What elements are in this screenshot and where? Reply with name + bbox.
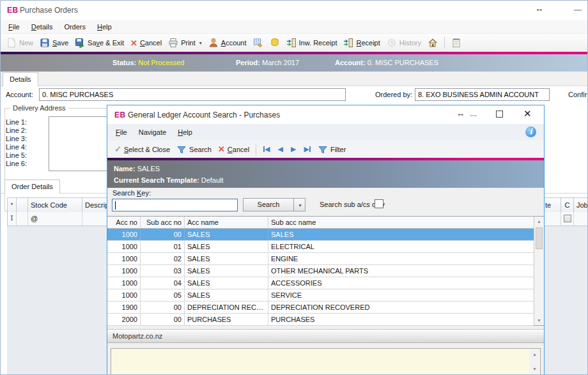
- info-icon[interactable]: i: [525, 126, 536, 137]
- account-row[interactable]: 100001SALESELECTRICAL: [107, 241, 534, 253]
- account-field[interactable]: [39, 88, 346, 101]
- account-row[interactable]: 100005SALESSERVICE: [107, 289, 534, 302]
- job-column-header[interactable]: Job C: [574, 198, 588, 212]
- marker-column-header[interactable]: *: [8, 198, 17, 212]
- resize-horizontal-icon[interactable]: ↔: [456, 109, 465, 118]
- grid-vertical-scrollbar[interactable]: ▲ ▼: [534, 217, 544, 325]
- table-lookup-button[interactable]: [250, 35, 267, 50]
- scroll-down-icon[interactable]: ▼: [530, 364, 539, 374]
- coins-icon: [270, 38, 280, 48]
- notes-scrollbar[interactable]: ▲ ▼: [530, 349, 539, 374]
- menu-help[interactable]: Help: [91, 21, 118, 33]
- c-column-header[interactable]: C: [561, 198, 574, 212]
- check-icon: ✓: [114, 144, 121, 154]
- account-row[interactable]: 100002SALESENGINE: [107, 253, 534, 265]
- tab-details[interactable]: Details: [3, 72, 38, 86]
- ordered-by-field[interactable]: [415, 88, 550, 101]
- notepad-button[interactable]: [448, 35, 465, 50]
- blank-column-header[interactable]: [17, 198, 28, 212]
- search-panel: Search Key: Search ▾ Search sub a/cs onl…: [107, 188, 544, 216]
- toolbar-separator: [256, 144, 256, 155]
- nav-first-button[interactable]: ◀: [259, 144, 274, 155]
- stock-code-column-header[interactable]: Stock Code: [28, 198, 82, 212]
- grid-cell: DEPRECIATION RECOVERED: [268, 302, 534, 313]
- accounts-grid: Acc no Sub acc no Acc name Sub acc name …: [107, 216, 544, 326]
- save-exit-button[interactable]: Save & Exit: [72, 35, 127, 50]
- coins-button[interactable]: [267, 35, 283, 50]
- row-job-cell: [574, 212, 588, 226]
- maximize-icon[interactable]: [496, 111, 503, 118]
- person-icon: [208, 38, 219, 48]
- row-blank-cell: [17, 212, 28, 226]
- row-checkbox[interactable]: [564, 215, 571, 222]
- filter-button[interactable]: Filter: [314, 142, 349, 157]
- save-button[interactable]: Save: [36, 35, 72, 50]
- grid-cell: PURCHASES: [268, 314, 534, 325]
- scroll-up-icon[interactable]: ▲: [534, 217, 544, 226]
- dialog-menu-help[interactable]: Help: [172, 126, 198, 138]
- window-title: Purchase Orders: [20, 6, 78, 15]
- sub-acc-no-column-header[interactable]: Sub acc no: [141, 217, 185, 228]
- eb-logo: EB: [7, 6, 19, 15]
- acc-no-column-header[interactable]: Acc no: [107, 217, 141, 228]
- banner-account-value: 0. MISC PURCHASES: [368, 59, 438, 66]
- receipt-button[interactable]: Receipt: [340, 35, 383, 50]
- delivery-line3-label: Line 3:: [6, 135, 27, 142]
- dialog-menu-navigate[interactable]: Navigate: [133, 126, 172, 138]
- select-close-button[interactable]: ✓ Select & Close: [111, 142, 173, 157]
- rate-column-header[interactable]: te: [543, 198, 561, 212]
- dialog-menu-file[interactable]: File: [110, 126, 133, 138]
- home-button[interactable]: [424, 35, 441, 50]
- banner-account: Account: 0. MISC PURCHASES: [335, 54, 438, 72]
- resize-horizontal-icon[interactable]: ↔: [535, 4, 543, 13]
- acc-name-column-header[interactable]: Acc name: [185, 217, 268, 228]
- banner-status: Status: Not Processed: [112, 54, 185, 72]
- sub-acc-name-column-header[interactable]: Sub acc name: [268, 217, 544, 228]
- grid-cell: 00: [141, 314, 185, 325]
- name-value: SALES: [137, 165, 160, 172]
- dialog-cancel-button[interactable]: ✕ Cancel: [215, 142, 252, 157]
- account-row[interactable]: 100004SALESACCESSORIES: [107, 277, 534, 289]
- account-row[interactable]: 190000DEPRECIATION RECOVEREDDEPRECIATION…: [107, 302, 534, 314]
- cancel-button[interactable]: ✕ Cancel: [127, 35, 165, 50]
- nav-prev-icon: ◀: [278, 145, 283, 153]
- print-dropdown-icon[interactable]: ▾: [199, 40, 202, 46]
- minimize-icon[interactable]: [574, 10, 582, 11]
- menu-details[interactable]: Details: [26, 21, 59, 33]
- inw-receipt-button[interactable]: Inw. Receipt: [283, 35, 341, 50]
- menu-orders[interactable]: Orders: [58, 21, 91, 33]
- close-icon[interactable]: ✕: [523, 108, 532, 119]
- name-label: Name:: [114, 165, 135, 172]
- account-row[interactable]: 200000PURCHASESPURCHASES: [107, 314, 534, 326]
- grid-cell: 1000: [107, 265, 141, 277]
- scrollbar-thumb[interactable]: [536, 227, 543, 249]
- grid-cell: SALES: [185, 265, 268, 277]
- menu-file[interactable]: File: [3, 21, 26, 33]
- scroll-down-icon[interactable]: ▼: [534, 316, 544, 325]
- tab-order-details[interactable]: Order Details: [4, 180, 60, 194]
- account-button[interactable]: Account: [205, 35, 250, 50]
- nav-last-icon: ▶: [304, 145, 309, 153]
- printer-icon: [168, 38, 178, 48]
- template-label: Current Search Template:: [114, 176, 199, 184]
- grid-cell: SERVICE: [268, 289, 534, 301]
- nav-prev-button[interactable]: ◀: [274, 144, 287, 155]
- grid-cell: 03: [141, 265, 185, 277]
- search-button[interactable]: Search: [243, 198, 294, 211]
- search-sub-accounts-checkbox[interactable]: [375, 199, 383, 208]
- scroll-up-icon[interactable]: ▲: [530, 349, 539, 359]
- search-key-input[interactable]: [112, 199, 238, 211]
- row-stock-code-cell: @: [28, 212, 82, 226]
- nav-next-button[interactable]: ▶: [287, 144, 300, 155]
- search-toolbar-button[interactable]: Search: [173, 142, 215, 157]
- inwards-receipt-icon: [286, 38, 297, 48]
- grid-cell: 00: [141, 302, 185, 313]
- search-dropdown-button[interactable]: ▾: [293, 198, 306, 211]
- account-row[interactable]: 100003SALESOTHER MECHANICAL PARTS: [107, 265, 534, 277]
- account-row[interactable]: 100000SALESSALES: [107, 229, 534, 241]
- notes-panel[interactable]: ▲ ▼: [111, 348, 541, 375]
- nav-last-button[interactable]: ▶: [300, 144, 314, 155]
- save-exit-icon: [75, 38, 85, 48]
- print-button[interactable]: Print ▾: [165, 35, 205, 50]
- minimize-icon[interactable]: [470, 115, 477, 116]
